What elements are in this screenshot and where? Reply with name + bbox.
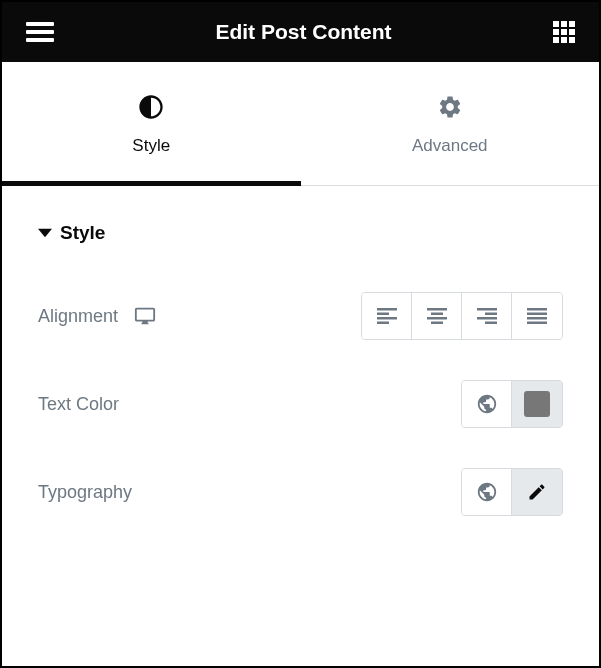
globe-icon (476, 393, 498, 415)
tab-style[interactable]: Style (2, 62, 301, 185)
svg-rect-14 (527, 317, 547, 320)
tab-style-label: Style (132, 136, 170, 156)
typography-button-group (461, 468, 563, 516)
desktop-icon[interactable] (134, 305, 156, 327)
tab-advanced[interactable]: Advanced (301, 62, 600, 185)
svg-rect-15 (527, 322, 547, 325)
svg-rect-12 (527, 308, 547, 311)
alignment-button-group (361, 292, 563, 340)
menu-icon[interactable] (26, 22, 54, 42)
tabs-container: Style Advanced (2, 62, 599, 186)
global-typography-button[interactable] (462, 469, 512, 515)
align-center-button[interactable] (412, 293, 462, 339)
half-circle-icon (136, 92, 166, 122)
color-picker-button[interactable] (512, 381, 562, 427)
typography-label: Typography (38, 482, 132, 503)
pencil-icon (527, 482, 547, 502)
svg-rect-2 (377, 317, 397, 320)
globe-icon (476, 481, 498, 503)
svg-rect-6 (427, 317, 447, 320)
chevron-down-icon (38, 226, 52, 240)
svg-rect-8 (477, 308, 497, 311)
align-left-button[interactable] (362, 293, 412, 339)
gear-icon (435, 92, 465, 122)
svg-rect-7 (431, 322, 443, 325)
svg-rect-5 (431, 313, 443, 316)
text-color-label: Text Color (38, 394, 119, 415)
svg-rect-1 (377, 313, 389, 316)
page-title: Edit Post Content (54, 20, 553, 44)
panel-content: Style Alignment (2, 186, 599, 516)
svg-rect-11 (485, 322, 497, 325)
text-color-button-group (461, 380, 563, 428)
control-text-color: Text Color (38, 380, 563, 428)
apps-grid-icon[interactable] (553, 21, 575, 43)
control-alignment: Alignment (38, 292, 563, 340)
align-right-button[interactable] (462, 293, 512, 339)
svg-rect-4 (427, 308, 447, 311)
section-title: Style (60, 222, 105, 244)
tab-advanced-label: Advanced (412, 136, 488, 156)
svg-rect-9 (485, 313, 497, 316)
svg-rect-13 (527, 313, 547, 316)
alignment-label: Alignment (38, 306, 118, 327)
control-typography: Typography (38, 468, 563, 516)
svg-rect-3 (377, 322, 389, 325)
svg-rect-0 (377, 308, 397, 311)
color-swatch (524, 391, 550, 417)
typography-edit-button[interactable] (512, 469, 562, 515)
global-color-button[interactable] (462, 381, 512, 427)
svg-rect-10 (477, 317, 497, 320)
section-header-style[interactable]: Style (38, 222, 563, 244)
top-header: Edit Post Content (2, 2, 599, 62)
align-justify-button[interactable] (512, 293, 562, 339)
